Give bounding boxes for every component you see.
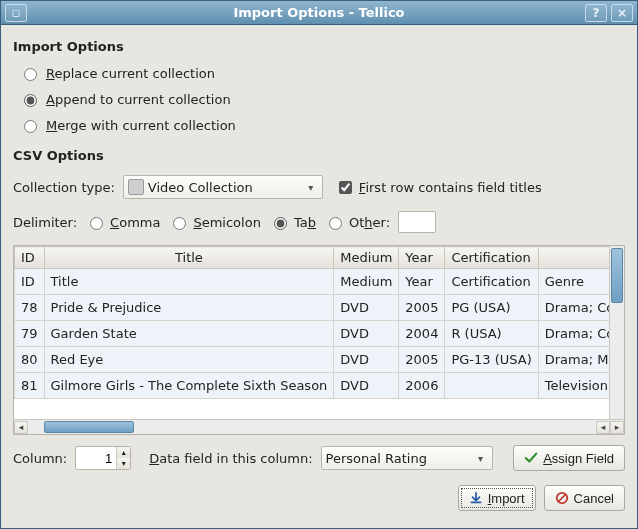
titlebar: ◻ Import Options - Tellico ? × [1, 1, 637, 25]
column-header[interactable]: Year [399, 247, 445, 269]
table-cell[interactable]: ID [15, 269, 45, 295]
first-row-option[interactable]: First row contains field titles [335, 178, 542, 197]
data-field-combo[interactable]: Personal Rating ▾ [321, 446, 493, 470]
table-row[interactable]: 78Pride & PrejudiceDVD2005PG (USA)Drama;… [15, 295, 610, 321]
semicolon-radio[interactable] [173, 217, 186, 230]
collection-type-combo[interactable]: Video Collection ▾ [123, 175, 323, 199]
scroll-left-button[interactable]: ◂ [14, 421, 28, 434]
table-cell[interactable]: Drama; Come [538, 321, 609, 347]
cancel-icon [555, 491, 569, 505]
table-row[interactable]: 81Gilmore Girls - The Complete Sixth Sea… [15, 373, 610, 399]
table-cell[interactable]: Television [538, 373, 609, 399]
replace-label: Replace current collection [46, 66, 215, 81]
spin-down-button[interactable]: ▾ [117, 458, 130, 469]
import-button[interactable]: Import [458, 485, 536, 511]
scroll-left-button-2[interactable]: ◂ [596, 421, 610, 434]
delimiter-label: Delimiter: [13, 215, 77, 230]
option-replace[interactable]: Replace current collection [19, 65, 625, 81]
table-cell[interactable]: Medium [334, 269, 399, 295]
check-icon [524, 451, 538, 465]
table-cell[interactable]: PG-13 (USA) [445, 347, 538, 373]
table-cell[interactable]: DVD [334, 347, 399, 373]
table-cell[interactable]: DVD [334, 295, 399, 321]
append-radio[interactable] [24, 94, 37, 107]
table-cell[interactable]: 2005 [399, 347, 445, 373]
table-cell[interactable]: Title [44, 269, 334, 295]
spin-up-button[interactable]: ▴ [117, 447, 130, 458]
table-cell[interactable]: Garden State [44, 321, 334, 347]
cancel-button[interactable]: Cancel [544, 485, 625, 511]
table-row[interactable]: 79Garden StateDVD2004R (USA)Drama; Come [15, 321, 610, 347]
table-cell[interactable]: R (USA) [445, 321, 538, 347]
help-button[interactable]: ? [585, 4, 607, 22]
column-label: Column: [13, 451, 67, 466]
table-cell[interactable]: Gilmore Girls - The Complete Sixth Seaso… [44, 373, 334, 399]
other-radio[interactable] [329, 217, 342, 230]
delimiter-other[interactable]: Other: [324, 214, 390, 230]
table-row[interactable]: 80Red EyeDVD2005PG-13 (USA)Drama; Myste [15, 347, 610, 373]
table-cell[interactable]: 80 [15, 347, 45, 373]
horizontal-scroll-thumb[interactable] [44, 421, 134, 433]
chevron-down-icon: ▾ [304, 182, 318, 193]
window-menu-button[interactable]: ◻ [5, 4, 27, 22]
column-header[interactable]: Certification [445, 247, 538, 269]
comma-radio[interactable] [90, 217, 103, 230]
table-cell[interactable] [445, 373, 538, 399]
svg-line-2 [558, 495, 565, 502]
append-label: Append to current collection [46, 92, 231, 107]
table-cell[interactable]: DVD [334, 321, 399, 347]
csv-options-heading: CSV Options [13, 148, 625, 163]
horizontal-scrollbar[interactable]: ◂ ◂ ▸ [14, 419, 624, 434]
collection-type-label: Collection type: [13, 180, 115, 195]
table-cell[interactable]: PG (USA) [445, 295, 538, 321]
collection-type-value: Video Collection [148, 180, 253, 195]
vertical-scroll-thumb[interactable] [611, 248, 623, 303]
column-spinbox[interactable]: ▴ ▾ [75, 446, 131, 470]
merge-radio[interactable] [24, 120, 37, 133]
table-cell[interactable]: 78 [15, 295, 45, 321]
preview-table: IDTitleMediumYearCertification IDTitleMe… [13, 245, 625, 435]
first-row-label: First row contains field titles [359, 180, 542, 195]
table-cell[interactable]: Pride & Prejudice [44, 295, 334, 321]
import-icon [469, 491, 483, 505]
close-button[interactable]: × [611, 4, 633, 22]
vertical-scrollbar[interactable] [609, 246, 624, 419]
csv-preview-grid[interactable]: IDTitleMediumYearCertification IDTitleMe… [14, 246, 609, 399]
other-delimiter-input[interactable] [398, 211, 436, 233]
chevron-down-icon: ▾ [474, 453, 488, 464]
dialog-window: ◻ Import Options - Tellico ? × Import Op… [0, 0, 638, 529]
cancel-label: Cancel [574, 491, 614, 506]
column-input[interactable] [76, 447, 116, 469]
delimiter-comma[interactable]: Comma [85, 214, 160, 230]
table-cell[interactable]: Year [399, 269, 445, 295]
delimiter-semicolon[interactable]: Semicolon [168, 214, 260, 230]
tab-radio[interactable] [274, 217, 287, 230]
option-merge[interactable]: Merge with current collection [19, 117, 625, 133]
data-field-value: Personal Rating [326, 451, 427, 466]
column-header[interactable] [538, 247, 609, 269]
table-cell[interactable]: Red Eye [44, 347, 334, 373]
table-cell[interactable]: Drama; Myste [538, 347, 609, 373]
dialog-content: Import Options Replace current collectio… [1, 25, 637, 528]
table-cell[interactable]: 2005 [399, 295, 445, 321]
table-cell[interactable]: 2006 [399, 373, 445, 399]
table-cell[interactable]: Drama; Come [538, 295, 609, 321]
replace-radio[interactable] [24, 68, 37, 81]
table-cell[interactable]: 81 [15, 373, 45, 399]
table-cell[interactable]: DVD [334, 373, 399, 399]
table-cell[interactable]: Certification [445, 269, 538, 295]
option-append[interactable]: Append to current collection [19, 91, 625, 107]
table-cell[interactable]: 79 [15, 321, 45, 347]
column-header[interactable]: Title [44, 247, 334, 269]
column-header[interactable]: ID [15, 247, 45, 269]
scroll-right-button[interactable]: ▸ [610, 421, 624, 434]
delimiter-tab[interactable]: Tab [269, 214, 316, 230]
assign-field-button[interactable]: Assign Field [513, 445, 625, 471]
window-title: Import Options - Tellico [1, 5, 637, 20]
svg-rect-0 [470, 502, 481, 504]
first-row-checkbox[interactable] [339, 181, 352, 194]
table-cell[interactable]: Genre [538, 269, 609, 295]
column-header[interactable]: Medium [334, 247, 399, 269]
table-row[interactable]: IDTitleMediumYearCertificationGenre [15, 269, 610, 295]
table-cell[interactable]: 2004 [399, 321, 445, 347]
